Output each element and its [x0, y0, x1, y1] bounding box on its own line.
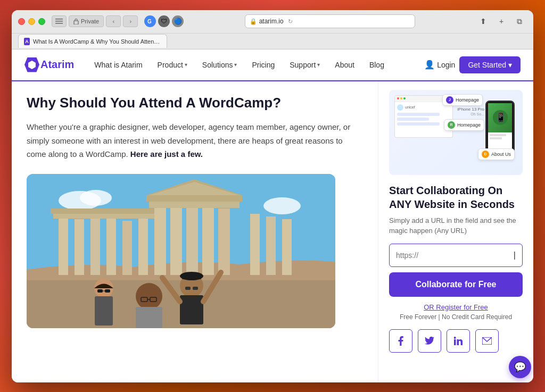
main-content-area: Why Should You Attend A WordCamp? Whethe… — [12, 81, 533, 382]
comment-bubble-janis: J Homepage — [442, 94, 483, 106]
iphone-label: iPhone 13 Pro — [457, 107, 484, 112]
get-started-label: Get Started — [468, 61, 506, 69]
url-input-field[interactable] — [396, 251, 511, 260]
sidebar-toggle[interactable] — [52, 15, 67, 27]
page-description: Whether you're a graphic designer, web d… — [27, 120, 363, 161]
preview-phone-mockup: 📱 — [485, 101, 515, 154]
nav-controls: Private ‹ › — [52, 15, 138, 27]
svg-rect-15 — [122, 221, 132, 275]
svg-marker-5 — [28, 61, 36, 69]
svg-rect-25 — [146, 195, 242, 202]
svg-rect-21 — [186, 207, 198, 275]
nav-item-product[interactable]: Product ▾ — [150, 49, 195, 81]
reload-icon[interactable]: ↻ — [288, 18, 293, 25]
svg-rect-11 — [59, 216, 68, 275]
page-content: Atarim What is Atarim Product ▾ Solution… — [12, 49, 533, 382]
phone-screen: 📱 — [488, 103, 512, 151]
mockup-dot-red — [397, 97, 399, 99]
facebook-icon[interactable] — [389, 329, 412, 353]
chat-bubble-button[interactable]: 💬 — [509, 356, 531, 378]
free-text: Free Forever | No Credit Card Required — [389, 313, 523, 321]
svg-rect-43 — [193, 287, 198, 290]
url-input-display: | — [389, 244, 523, 267]
mockup-line-2 — [397, 118, 429, 121]
nav-item-about[interactable]: About — [327, 49, 362, 81]
register-link[interactable]: OR Register for Free — [389, 303, 523, 311]
comment-avatar-j: J — [446, 96, 453, 104]
minimize-button[interactable] — [28, 18, 35, 25]
iphone-sublabel: Oh So... — [470, 112, 484, 116]
mockup-line-1 — [397, 113, 440, 116]
back-button[interactable]: ‹ — [106, 15, 121, 27]
svg-point-44 — [136, 283, 162, 310]
nav-item-blog[interactable]: Blog — [362, 49, 392, 81]
svg-rect-45 — [136, 307, 162, 328]
private-badge: Private — [69, 15, 104, 27]
svg-rect-32 — [95, 296, 113, 326]
sidebar-cta-desc: Simply add a URL in the field and see th… — [389, 215, 523, 236]
nav-item-solutions[interactable]: Solutions ▾ — [195, 49, 245, 81]
cursor-icon: | — [514, 251, 516, 260]
phone-line-1 — [490, 134, 506, 136]
social-icons — [389, 329, 523, 353]
tab-bar: A What Is A WordCamp & Why You Should At… — [12, 34, 533, 49]
support-chevron-icon: ▾ — [317, 62, 320, 68]
tab-favicon: A — [24, 38, 30, 45]
logo-icon — [24, 57, 39, 72]
maximize-button[interactable] — [38, 18, 45, 25]
svg-rect-42 — [185, 287, 191, 290]
url-text: atarim.io — [259, 18, 284, 25]
get-started-chevron-icon: ▾ — [508, 61, 512, 69]
product-chevron-icon: ▾ — [185, 62, 187, 68]
nav-label-blog: Blog — [369, 61, 384, 69]
nav-item-what-is-atarim[interactable]: What is Atarim — [87, 49, 150, 81]
close-button[interactable] — [18, 18, 25, 25]
share-icon[interactable]: ⬆ — [476, 15, 491, 27]
mockup-dot-yellow — [400, 97, 402, 99]
svg-rect-18 — [51, 208, 160, 214]
solutions-chevron-icon: ▾ — [234, 62, 237, 68]
add-tab-icon[interactable]: + — [494, 15, 509, 27]
linkedin-icon[interactable] — [447, 329, 470, 353]
url-bar[interactable]: 🔒 atarim.io ↻ — [245, 14, 415, 28]
nav-item-pricing[interactable]: Pricing — [244, 49, 282, 81]
svg-rect-19 — [154, 206, 166, 275]
logo[interactable]: Atarim — [24, 57, 74, 72]
get-started-button[interactable]: Get Started ▾ — [459, 56, 521, 73]
description-bold: Here are just a few. — [130, 149, 203, 159]
google-icon: G — [144, 15, 156, 27]
svg-rect-0 — [55, 19, 63, 20]
sidebar-cta-title: Start Collaborating On ANY Website in Se… — [389, 184, 523, 211]
logo-a: A — [40, 59, 48, 70]
nav-label-solutions: Solutions — [202, 61, 233, 69]
svg-rect-13 — [90, 214, 100, 275]
comment-avatar-r: R — [448, 121, 455, 129]
svg-rect-2 — [55, 23, 63, 24]
comment-text-2: Homepage — [457, 122, 481, 128]
title-bar-right: ⬆ + ⧉ — [476, 15, 527, 27]
twitter-icon[interactable] — [418, 329, 441, 353]
comment-text-1: Homepage — [456, 97, 479, 103]
svg-rect-29 — [266, 216, 276, 275]
login-button[interactable]: 👤 Login — [424, 60, 455, 70]
tabs-icon[interactable]: ⧉ — [512, 15, 527, 27]
svg-point-52 — [454, 337, 456, 339]
nav-label-product: Product — [158, 61, 183, 69]
svg-point-9 — [263, 197, 301, 214]
mockup-line-3 — [397, 122, 440, 126]
nav: Atarim What is Atarim Product ▾ Solution… — [12, 49, 533, 81]
login-label: Login — [437, 61, 455, 69]
svg-rect-14 — [106, 216, 116, 275]
email-icon[interactable] — [475, 329, 499, 353]
logo-name: tarim — [48, 59, 74, 70]
left-content: Why Should You Attend A WordCamp? Whethe… — [12, 81, 378, 382]
comment-avatar-d: D — [482, 151, 489, 158]
comment-text-3: About Us — [491, 152, 511, 157]
nav-label-support: Support — [290, 61, 316, 69]
forward-button[interactable]: › — [123, 15, 138, 27]
collaborate-button[interactable]: Collaborate for Free — [389, 272, 523, 297]
nav-item-support[interactable]: Support ▾ — [282, 49, 327, 81]
active-tab[interactable]: A What Is A WordCamp & Why You Should At… — [18, 34, 167, 48]
svg-rect-37 — [180, 295, 203, 324]
user-icon: 👤 — [424, 60, 435, 70]
